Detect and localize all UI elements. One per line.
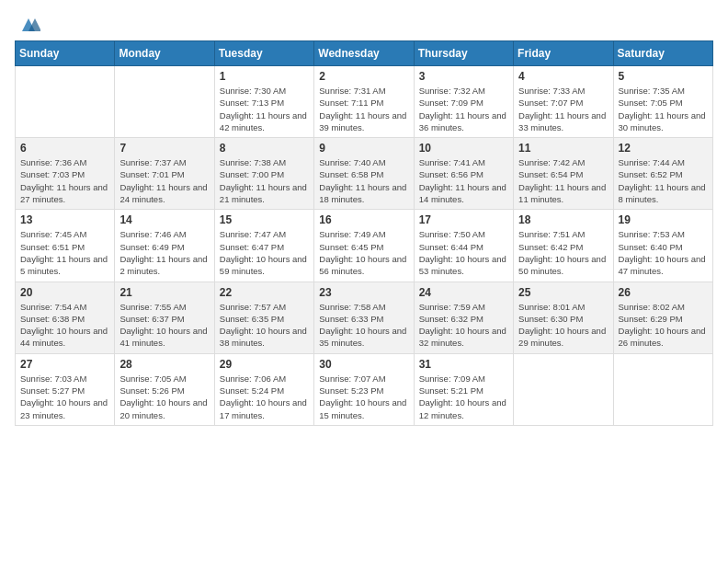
calendar-cell: 11Sunrise: 7:42 AM Sunset: 6:54 PM Dayli… bbox=[514, 138, 613, 210]
calendar-cell: 19Sunrise: 7:53 AM Sunset: 6:40 PM Dayli… bbox=[613, 210, 712, 282]
day-info: Sunrise: 7:50 AM Sunset: 6:44 PM Dayligh… bbox=[419, 228, 508, 277]
calendar-cell: 15Sunrise: 7:47 AM Sunset: 6:47 PM Dayli… bbox=[214, 210, 313, 282]
calendar-cell: 29Sunrise: 7:06 AM Sunset: 5:24 PM Dayli… bbox=[214, 353, 313, 425]
day-number: 24 bbox=[419, 286, 508, 299]
logo bbox=[15, 15, 42, 29]
day-info: Sunrise: 7:46 AM Sunset: 6:49 PM Dayligh… bbox=[119, 228, 209, 277]
calendar-cell: 5Sunrise: 7:35 AM Sunset: 7:05 PM Daylig… bbox=[613, 66, 712, 138]
weekday-header-saturday: Saturday bbox=[613, 41, 712, 66]
weekday-header-tuesday: Tuesday bbox=[214, 41, 313, 66]
day-number: 21 bbox=[119, 286, 209, 299]
calendar-cell: 27Sunrise: 7:03 AM Sunset: 5:27 PM Dayli… bbox=[16, 353, 115, 425]
day-info: Sunrise: 7:58 AM Sunset: 6:33 PM Dayligh… bbox=[319, 301, 408, 350]
day-info: Sunrise: 7:53 AM Sunset: 6:40 PM Dayligh… bbox=[619, 228, 708, 277]
calendar-cell bbox=[514, 353, 613, 425]
day-info: Sunrise: 7:42 AM Sunset: 6:54 PM Dayligh… bbox=[518, 156, 608, 205]
day-number: 4 bbox=[518, 70, 608, 83]
calendar-cell: 25Sunrise: 8:01 AM Sunset: 6:30 PM Dayli… bbox=[514, 282, 613, 353]
calendar-week-row: 6Sunrise: 7:36 AM Sunset: 7:03 PM Daylig… bbox=[16, 138, 713, 210]
calendar-cell: 13Sunrise: 7:45 AM Sunset: 6:51 PM Dayli… bbox=[16, 210, 115, 282]
day-info: Sunrise: 7:40 AM Sunset: 6:58 PM Dayligh… bbox=[319, 156, 408, 205]
day-info: Sunrise: 8:01 AM Sunset: 6:30 PM Dayligh… bbox=[518, 301, 608, 350]
calendar-cell: 4Sunrise: 7:33 AM Sunset: 7:07 PM Daylig… bbox=[514, 66, 613, 138]
day-number: 14 bbox=[119, 213, 209, 226]
day-number: 11 bbox=[518, 142, 608, 155]
page-header bbox=[15, 15, 713, 29]
day-number: 2 bbox=[319, 70, 408, 83]
calendar-cell: 22Sunrise: 7:57 AM Sunset: 6:35 PM Dayli… bbox=[214, 282, 313, 353]
day-number: 12 bbox=[619, 142, 708, 155]
calendar-week-row: 1Sunrise: 7:30 AM Sunset: 7:13 PM Daylig… bbox=[16, 66, 713, 138]
calendar-cell bbox=[16, 66, 115, 138]
calendar-cell: 28Sunrise: 7:05 AM Sunset: 5:26 PM Dayli… bbox=[115, 353, 214, 425]
day-info: Sunrise: 7:31 AM Sunset: 7:11 PM Dayligh… bbox=[319, 85, 408, 133]
calendar-cell: 18Sunrise: 7:51 AM Sunset: 6:42 PM Dayli… bbox=[514, 210, 613, 282]
calendar-week-row: 20Sunrise: 7:54 AM Sunset: 6:38 PM Dayli… bbox=[16, 282, 713, 353]
calendar-cell: 1Sunrise: 7:30 AM Sunset: 7:13 PM Daylig… bbox=[214, 66, 313, 138]
calendar-cell bbox=[115, 66, 214, 138]
calendar-cell: 2Sunrise: 7:31 AM Sunset: 7:11 PM Daylig… bbox=[314, 66, 414, 138]
day-number: 20 bbox=[20, 286, 109, 299]
day-number: 31 bbox=[419, 358, 508, 371]
day-info: Sunrise: 7:45 AM Sunset: 6:51 PM Dayligh… bbox=[20, 228, 109, 277]
day-number: 8 bbox=[220, 142, 309, 155]
day-info: Sunrise: 7:55 AM Sunset: 6:37 PM Dayligh… bbox=[119, 301, 209, 350]
calendar-cell: 31Sunrise: 7:09 AM Sunset: 5:21 PM Dayli… bbox=[414, 353, 513, 425]
day-number: 15 bbox=[220, 213, 309, 226]
day-number: 7 bbox=[119, 142, 209, 155]
day-info: Sunrise: 7:59 AM Sunset: 6:32 PM Dayligh… bbox=[419, 301, 508, 350]
calendar-cell: 21Sunrise: 7:55 AM Sunset: 6:37 PM Dayli… bbox=[115, 282, 214, 353]
day-number: 1 bbox=[220, 70, 309, 83]
calendar-cell: 7Sunrise: 7:37 AM Sunset: 7:01 PM Daylig… bbox=[115, 138, 214, 210]
calendar-cell: 12Sunrise: 7:44 AM Sunset: 6:52 PM Dayli… bbox=[613, 138, 712, 210]
day-number: 5 bbox=[619, 70, 708, 83]
day-info: Sunrise: 7:09 AM Sunset: 5:21 PM Dayligh… bbox=[419, 373, 508, 421]
day-info: Sunrise: 7:54 AM Sunset: 6:38 PM Dayligh… bbox=[20, 301, 109, 350]
day-info: Sunrise: 7:35 AM Sunset: 7:05 PM Dayligh… bbox=[619, 85, 708, 133]
day-number: 10 bbox=[419, 142, 508, 155]
day-number: 16 bbox=[319, 213, 408, 226]
day-info: Sunrise: 7:51 AM Sunset: 6:42 PM Dayligh… bbox=[518, 228, 608, 277]
calendar-cell bbox=[613, 353, 712, 425]
day-number: 30 bbox=[319, 358, 408, 371]
day-number: 26 bbox=[619, 286, 708, 299]
weekday-header-wednesday: Wednesday bbox=[314, 41, 414, 66]
weekday-header-friday: Friday bbox=[514, 41, 613, 66]
calendar-cell: 14Sunrise: 7:46 AM Sunset: 6:49 PM Dayli… bbox=[115, 210, 214, 282]
day-info: Sunrise: 7:32 AM Sunset: 7:09 PM Dayligh… bbox=[419, 85, 508, 133]
day-number: 17 bbox=[419, 213, 508, 226]
calendar-cell: 23Sunrise: 7:58 AM Sunset: 6:33 PM Dayli… bbox=[314, 282, 414, 353]
day-info: Sunrise: 7:38 AM Sunset: 7:00 PM Dayligh… bbox=[220, 156, 309, 205]
day-number: 22 bbox=[220, 286, 309, 299]
day-info: Sunrise: 7:05 AM Sunset: 5:26 PM Dayligh… bbox=[119, 373, 209, 421]
weekday-header-monday: Monday bbox=[115, 41, 214, 66]
day-info: Sunrise: 7:06 AM Sunset: 5:24 PM Dayligh… bbox=[220, 373, 309, 421]
day-info: Sunrise: 7:30 AM Sunset: 7:13 PM Dayligh… bbox=[220, 85, 309, 133]
day-info: Sunrise: 7:33 AM Sunset: 7:07 PM Dayligh… bbox=[518, 85, 608, 133]
day-number: 9 bbox=[319, 142, 408, 155]
calendar-cell: 8Sunrise: 7:38 AM Sunset: 7:00 PM Daylig… bbox=[214, 138, 313, 210]
day-info: Sunrise: 7:07 AM Sunset: 5:23 PM Dayligh… bbox=[319, 373, 408, 421]
calendar-week-row: 27Sunrise: 7:03 AM Sunset: 5:27 PM Dayli… bbox=[16, 353, 713, 425]
calendar-cell: 9Sunrise: 7:40 AM Sunset: 6:58 PM Daylig… bbox=[314, 138, 414, 210]
calendar-cell: 20Sunrise: 7:54 AM Sunset: 6:38 PM Dayli… bbox=[16, 282, 115, 353]
calendar-cell: 26Sunrise: 8:02 AM Sunset: 6:29 PM Dayli… bbox=[613, 282, 712, 353]
calendar-cell: 10Sunrise: 7:41 AM Sunset: 6:56 PM Dayli… bbox=[414, 138, 513, 210]
weekday-header-sunday: Sunday bbox=[16, 41, 115, 66]
calendar-cell: 3Sunrise: 7:32 AM Sunset: 7:09 PM Daylig… bbox=[414, 66, 513, 138]
day-number: 28 bbox=[119, 358, 209, 371]
logo-icon bbox=[17, 15, 40, 35]
day-info: Sunrise: 7:41 AM Sunset: 6:56 PM Dayligh… bbox=[419, 156, 508, 205]
day-info: Sunrise: 7:44 AM Sunset: 6:52 PM Dayligh… bbox=[619, 156, 708, 205]
day-info: Sunrise: 7:36 AM Sunset: 7:03 PM Dayligh… bbox=[20, 156, 109, 205]
day-info: Sunrise: 7:47 AM Sunset: 6:47 PM Dayligh… bbox=[220, 228, 309, 277]
calendar-week-row: 13Sunrise: 7:45 AM Sunset: 6:51 PM Dayli… bbox=[16, 210, 713, 282]
day-number: 3 bbox=[419, 70, 508, 83]
day-info: Sunrise: 7:37 AM Sunset: 7:01 PM Dayligh… bbox=[119, 156, 209, 205]
day-number: 29 bbox=[220, 358, 309, 371]
day-info: Sunrise: 7:57 AM Sunset: 6:35 PM Dayligh… bbox=[220, 301, 309, 350]
calendar-cell: 24Sunrise: 7:59 AM Sunset: 6:32 PM Dayli… bbox=[414, 282, 513, 353]
weekday-header-row: SundayMondayTuesdayWednesdayThursdayFrid… bbox=[16, 41, 713, 66]
day-number: 18 bbox=[518, 213, 608, 226]
day-number: 6 bbox=[20, 142, 109, 155]
